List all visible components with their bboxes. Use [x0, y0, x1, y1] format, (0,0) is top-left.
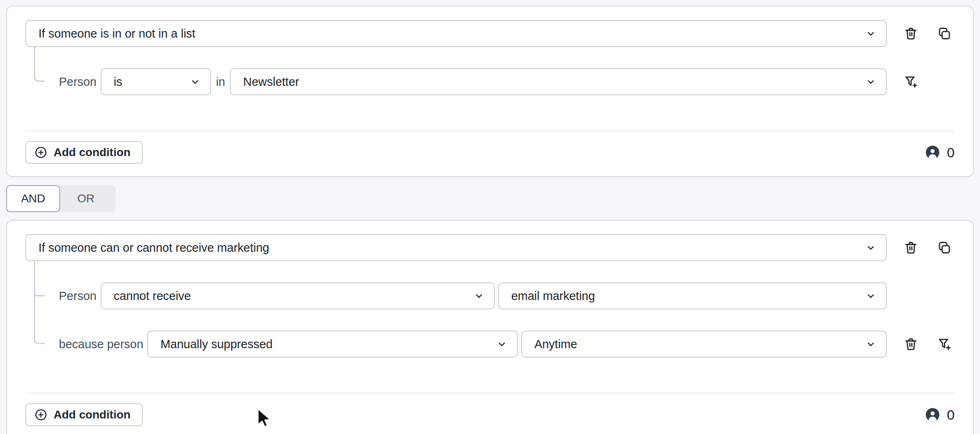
chevron-down-icon — [865, 242, 877, 254]
list-select[interactable]: Newsletter — [230, 68, 887, 95]
row-subject-label: Person — [59, 75, 97, 89]
audience-count-value: 0 — [947, 145, 955, 161]
logic-toggle: AND OR — [6, 185, 974, 212]
condition-type-select[interactable]: If someone can or cannot receive marketi… — [25, 234, 887, 261]
condition-type-row: If someone can or cannot receive marketi… — [25, 234, 955, 261]
operator-value: cannot receive — [114, 289, 191, 303]
condition-rows: Person cannot receive email marketing be… — [25, 282, 955, 358]
chevron-down-icon — [189, 76, 201, 88]
trash-icon — [904, 337, 918, 351]
delete-row-button[interactable] — [904, 337, 918, 351]
chevron-down-icon — [865, 290, 877, 302]
condition-type-select[interactable]: If someone is in or not in a list — [25, 20, 887, 47]
condition-group-1: If someone is in or not in a list Person… — [6, 6, 974, 177]
tree-connector-stub — [34, 295, 45, 296]
group-footer: Add condition 0 — [25, 141, 955, 164]
audience-count-value: 0 — [947, 407, 955, 423]
add-condition-label: Add condition — [54, 146, 130, 159]
condition-rows: Person is in Newsletter — [25, 68, 955, 95]
condition-type-row: If someone is in or not in a list — [25, 20, 955, 47]
group-actions — [887, 27, 955, 40]
icon-spacer — [937, 289, 951, 303]
group-footer: Add condition 0 — [25, 403, 955, 426]
audience-count: 0 — [925, 407, 955, 423]
icon-spacer — [937, 75, 951, 89]
panel-divider — [25, 130, 955, 131]
plus-circle-icon — [34, 146, 47, 159]
tree-connector — [34, 261, 45, 344]
person-count-icon — [925, 407, 940, 422]
duplicate-group-button[interactable] — [937, 27, 951, 40]
copy-icon — [937, 241, 951, 255]
add-filter-button[interactable] — [904, 75, 918, 89]
chevron-down-icon — [865, 76, 877, 88]
row-actions — [887, 75, 955, 89]
plus-circle-icon — [34, 408, 47, 421]
filter-add-icon — [904, 75, 918, 89]
channel-value: email marketing — [511, 289, 595, 303]
condition-row: Person is in Newsletter — [25, 68, 955, 95]
reason-select[interactable]: Manually suppressed — [147, 331, 518, 358]
condition-row: Person cannot receive email marketing — [25, 282, 955, 309]
add-condition-button[interactable]: Add condition — [25, 403, 143, 426]
add-condition-button[interactable]: Add condition — [25, 141, 143, 164]
row-actions — [887, 289, 955, 303]
row-connector-label: in — [216, 75, 225, 89]
logic-or-button[interactable]: OR — [56, 185, 116, 212]
chevron-down-icon — [496, 338, 508, 350]
group-actions — [887, 241, 955, 255]
condition-type-value: If someone can or cannot receive marketi… — [38, 241, 269, 255]
duplicate-group-button[interactable] — [937, 241, 951, 255]
reason-value: Manually suppressed — [160, 338, 272, 351]
row-subject-label: because person — [59, 338, 143, 351]
add-filter-button[interactable] — [937, 337, 951, 351]
add-condition-label: Add condition — [54, 408, 130, 421]
chevron-down-icon — [865, 27, 877, 40]
person-count-icon — [925, 145, 940, 160]
copy-icon — [937, 27, 951, 40]
condition-group-2: If someone can or cannot receive marketi… — [6, 220, 974, 434]
trash-icon — [904, 241, 918, 255]
list-value: Newsletter — [243, 75, 299, 89]
logic-and-button[interactable]: AND — [6, 185, 60, 212]
timeframe-value: Anytime — [534, 338, 577, 351]
operator-value: is — [114, 75, 122, 89]
delete-group-button[interactable] — [904, 27, 918, 40]
row-actions — [887, 337, 955, 351]
timeframe-select[interactable]: Anytime — [521, 331, 887, 358]
channel-select[interactable]: email marketing — [498, 282, 887, 309]
delete-group-button[interactable] — [904, 241, 918, 255]
icon-spacer — [904, 289, 918, 303]
filter-add-icon — [937, 337, 951, 351]
tree-connector — [34, 47, 45, 82]
condition-type-value: If someone is in or not in a list — [38, 27, 196, 40]
row-subject-label: Person — [59, 289, 97, 303]
chevron-down-icon — [473, 290, 485, 302]
condition-row: because person Manually suppressed Anyti… — [25, 331, 955, 358]
operator-select[interactable]: is — [101, 68, 211, 95]
chevron-down-icon — [865, 338, 877, 350]
segment-builder: If someone is in or not in a list Person… — [0, 0, 980, 434]
panel-divider — [25, 393, 955, 394]
operator-select[interactable]: cannot receive — [101, 282, 495, 309]
trash-icon — [904, 27, 918, 40]
audience-count: 0 — [925, 145, 955, 161]
